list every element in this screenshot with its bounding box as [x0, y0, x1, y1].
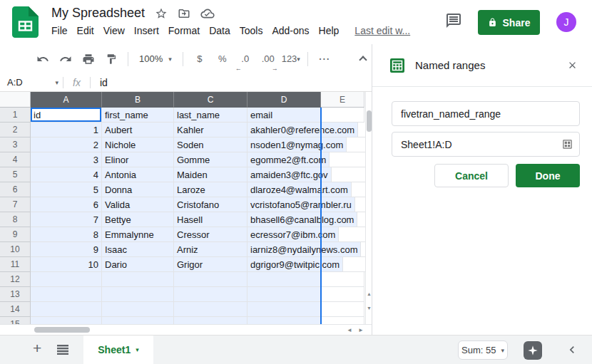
cell-A12[interactable]	[31, 272, 102, 287]
cell-B11[interactable]: Dario	[102, 257, 174, 272]
cell-A6[interactable]: 5	[31, 182, 102, 197]
cell-A11[interactable]: 10	[31, 257, 102, 272]
format-percent-button[interactable]: %	[211, 49, 234, 69]
cell-B1[interactable]: first_name	[102, 108, 174, 123]
cell-E1[interactable]	[321, 108, 364, 123]
vertical-scrollbar-thumb[interactable]	[367, 110, 372, 132]
row-header-9[interactable]: 9	[0, 227, 31, 242]
collapse-toolbar-icon[interactable]	[360, 55, 369, 63]
menu-data[interactable]: Data	[209, 25, 230, 36]
increase-decimal-button[interactable]: .00→	[257, 49, 280, 69]
cell-E3[interactable]	[347, 137, 365, 152]
row-header-8[interactable]: 8	[0, 212, 31, 227]
cell-D12[interactable]	[247, 272, 321, 287]
cell-E6[interactable]	[352, 182, 365, 197]
cell-E2[interactable]	[358, 123, 365, 137]
cell-C13[interactable]	[174, 287, 247, 302]
cell-D9[interactable]: ecressor7@ibm.com	[247, 227, 339, 242]
cell-D3[interactable]: nsoden1@nymag.com	[247, 137, 347, 152]
row-header-1[interactable]: 1	[0, 108, 31, 123]
cell-D13[interactable]	[247, 287, 321, 302]
cell-E4[interactable]	[330, 152, 365, 167]
cell-A14[interactable]	[31, 302, 102, 317]
cell-A7[interactable]: 6	[31, 197, 102, 212]
select-all-corner[interactable]	[0, 92, 31, 108]
formula-input[interactable]: id	[100, 77, 372, 88]
decrease-decimal-button[interactable]: .0←	[234, 49, 257, 69]
cell-C15[interactable]	[174, 317, 247, 324]
zoom-dropdown[interactable]: 100% ▾	[133, 53, 178, 64]
cloud-saved-icon[interactable]	[200, 8, 215, 19]
row-header-15[interactable]: 15	[0, 317, 31, 324]
row-header-3[interactable]: 3	[0, 137, 31, 152]
row-header-4[interactable]: 4	[0, 152, 31, 167]
cell-D5[interactable]: amaiden3@ftc.gov	[247, 167, 332, 182]
cell-B4[interactable]: Elinor	[102, 152, 174, 167]
select-data-range-icon[interactable]	[562, 139, 573, 150]
cell-E9[interactable]	[339, 227, 365, 242]
cell-E12[interactable]	[321, 272, 364, 287]
cell-C2[interactable]: Kahler	[174, 123, 247, 137]
cell-E14[interactable]	[321, 302, 364, 317]
cell-C4[interactable]: Gomme	[174, 152, 247, 167]
collapse-panel-icon[interactable]	[565, 343, 579, 357]
cell-C8[interactable]: Hasell	[174, 212, 247, 227]
menu-add-ons[interactable]: Add-ons	[272, 25, 309, 36]
cell-C10[interactable]: Arniz	[174, 242, 247, 257]
cancel-button[interactable]: Cancel	[434, 164, 509, 187]
cell-A10[interactable]: 9	[31, 242, 102, 257]
cell-E5[interactable]	[332, 167, 365, 182]
share-button[interactable]: Share	[478, 10, 540, 35]
row-header-14[interactable]: 14	[0, 302, 31, 317]
range-name-input[interactable]	[392, 101, 580, 126]
sheet-tab[interactable]: Sheet1 ▾	[83, 336, 153, 364]
document-title[interactable]: My Spreadsheet	[51, 6, 145, 21]
row-header-5[interactable]: 5	[0, 167, 31, 182]
row-header-2[interactable]: 2	[0, 123, 31, 137]
cell-B6[interactable]: Donna	[102, 182, 174, 197]
scroll-left-icon[interactable]: ◄	[347, 327, 352, 333]
column-header-E[interactable]: E	[321, 92, 364, 108]
cell-B7[interactable]: Valida	[102, 197, 174, 212]
cell-B12[interactable]	[102, 272, 174, 287]
paint-format-icon[interactable]	[100, 49, 123, 69]
cell-B8[interactable]: Bettye	[102, 212, 174, 227]
column-header-A[interactable]: A	[31, 92, 102, 108]
print-icon[interactable]	[77, 49, 100, 69]
comment-history-icon[interactable]	[445, 12, 462, 32]
sheets-logo-icon[interactable]	[12, 6, 39, 38]
cell-A8[interactable]: 7	[31, 212, 102, 227]
redo-icon[interactable]	[54, 49, 77, 69]
column-header-D[interactable]: D	[247, 92, 321, 108]
star-icon[interactable]	[155, 7, 168, 20]
range-reference-input[interactable]	[392, 132, 580, 157]
cell-C12[interactable]	[174, 272, 247, 287]
menu-help[interactable]: Help	[319, 25, 340, 36]
more-toolbar-options[interactable]: ⋯	[313, 49, 336, 69]
cell-E11[interactable]	[343, 257, 365, 272]
cell-B2[interactable]: Aubert	[102, 123, 174, 137]
vertical-scrollbar[interactable]: ▲ ▼	[365, 92, 372, 324]
cell-B9[interactable]: Emmalynne	[102, 227, 174, 242]
cell-C5[interactable]: Maiden	[174, 167, 247, 182]
explore-icon[interactable]	[524, 341, 542, 360]
last-edit-link[interactable]: Last edit w...	[354, 25, 410, 36]
menu-insert[interactable]: Insert	[134, 25, 159, 36]
cell-B10[interactable]: Isaac	[102, 242, 174, 257]
cell-B5[interactable]: Antonia	[102, 167, 174, 182]
cell-C1[interactable]: last_name	[174, 108, 247, 123]
cell-D10[interactable]: iarniz8@nydailynews.com	[247, 242, 361, 257]
cell-C3[interactable]: Soden	[174, 137, 247, 152]
row-header-13[interactable]: 13	[0, 287, 31, 302]
cell-D6[interactable]: dlaroze4@walmart.com	[247, 182, 352, 197]
cell-A1[interactable]: id	[31, 108, 102, 123]
horizontal-scrollbar[interactable]: ◄ ►	[0, 324, 372, 335]
undo-icon[interactable]	[31, 49, 54, 69]
cell-D11[interactable]: dgrigor9@twitpic.com	[247, 257, 343, 272]
row-header-6[interactable]: 6	[0, 182, 31, 197]
cell-C6[interactable]: Laroze	[174, 182, 247, 197]
cell-C9[interactable]: Cressor	[174, 227, 247, 242]
cell-D15[interactable]	[247, 317, 321, 324]
menu-format[interactable]: Format	[168, 25, 200, 36]
cell-A3[interactable]: 2	[31, 137, 102, 152]
